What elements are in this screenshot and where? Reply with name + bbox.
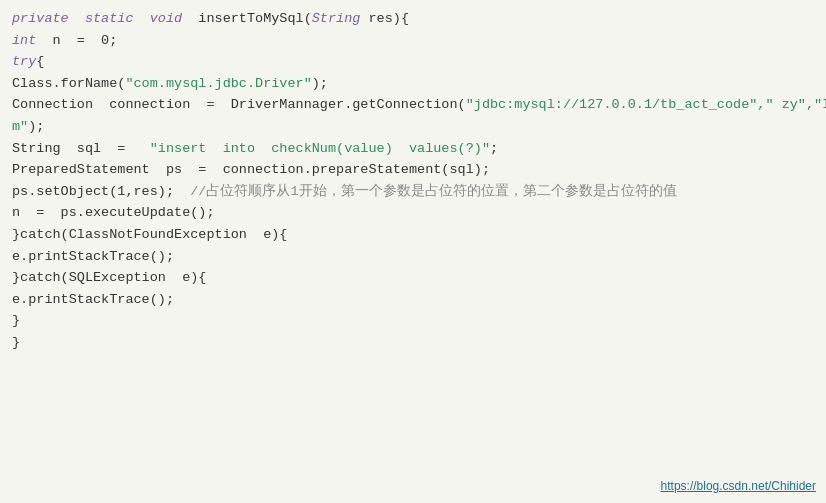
code-line-3: try{	[12, 51, 814, 73]
code-line-7: String sql = "insert into checkNum(value…	[12, 138, 814, 160]
keyword: void	[150, 11, 182, 26]
code-line-12: e.printStackTrace();	[12, 246, 814, 268]
code-line-11: }catch(ClassNotFoundException e){	[12, 224, 814, 246]
code-line-16: }	[12, 332, 814, 354]
keyword: static	[85, 11, 134, 26]
keyword: String	[312, 11, 361, 26]
comment: //占位符顺序从1开始，第一个参数是占位符的位置，第二个参数是占位符的值	[190, 184, 676, 199]
code-line-14: e.printStackTrace();	[12, 289, 814, 311]
keyword: private	[12, 11, 69, 26]
code-line-15: }	[12, 310, 814, 332]
keyword: int	[12, 33, 36, 48]
code-line-13: }catch(SQLException e){	[12, 267, 814, 289]
code-line-5: Connection connection = DriverMannager.g…	[12, 94, 814, 116]
string-literal: "insert into checkNum(value) values(?)"	[142, 141, 490, 156]
code-container: private static void insertToMySql(String…	[0, 0, 826, 503]
string-literal: m"	[12, 119, 28, 134]
watermark: https://blog.csdn.net/Chihider	[661, 479, 816, 493]
code-line-4: Class.forName("com.mysql.jdbc.Driver");	[12, 73, 814, 95]
code-line-6: m");	[12, 116, 814, 138]
code-line-1: private static void insertToMySql(String…	[12, 8, 814, 30]
code-line-9: ps.setObject(1,res); //占位符顺序从1开始，第一个参数是占…	[12, 181, 814, 203]
string-literal: "jdbc:mysql://127.0.0.1/tb_act_code"," z…	[466, 97, 826, 112]
code-line-10: n = ps.executeUpdate();	[12, 202, 814, 224]
code-line-8: PreparedStatement ps = connection.prepar…	[12, 159, 814, 181]
keyword: try	[12, 54, 36, 69]
code-line-2: int n = 0;	[12, 30, 814, 52]
string-literal: "com.mysql.jdbc.Driver"	[125, 76, 311, 91]
